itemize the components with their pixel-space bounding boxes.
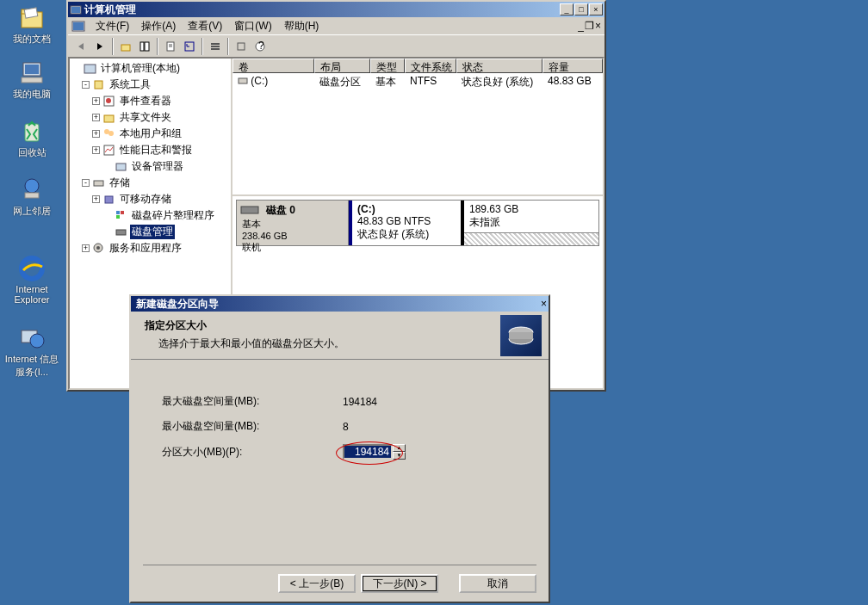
properties-button[interactable] [161, 37, 180, 56]
max-space-value: 194184 [343, 396, 377, 408]
menu-window[interactable]: 窗口(W) [229, 17, 276, 35]
tree-diskmgmt[interactable]: 磁盘管理 [71, 224, 229, 240]
spin-down-button[interactable]: ▼ [393, 452, 406, 460]
desktop-icon-ie[interactable]: Internet Explorer [4, 255, 59, 305]
back-button[interactable] [71, 37, 90, 56]
desktop-label: Internet Explorer [4, 284, 59, 305]
expand-icon[interactable]: + [92, 130, 100, 138]
tree-storage[interactable]: -存储 [71, 175, 229, 191]
next-button[interactable]: 下一步(N) > [361, 574, 438, 593]
min-space-label: 最小磁盘空间量(MB): [162, 419, 343, 434]
svg-rect-38 [94, 181, 103, 186]
svg-rect-18 [145, 42, 149, 51]
svg-rect-50 [509, 332, 533, 339]
collapse-icon[interactable]: - [82, 179, 90, 187]
menu-view[interactable]: 查看(V) [183, 17, 227, 35]
back-button[interactable]: < 上一步(B) [278, 574, 356, 593]
desktop-icon-network[interactable]: 网上邻居 [4, 176, 59, 218]
expand-icon[interactable]: + [82, 244, 90, 252]
wizard-body: 最大磁盘空间量(MB): 194184 最小磁盘空间量(MB): 8 分区大小(… [131, 360, 549, 504]
partition-unallocated[interactable]: 189.63 GB 未指派 [461, 201, 598, 245]
refresh-button[interactable] [180, 37, 199, 56]
svg-point-45 [96, 246, 100, 250]
desktop-label: 网上邻居 [4, 205, 59, 218]
svg-rect-8 [25, 193, 39, 198]
col-type[interactable]: 类型 [370, 59, 405, 73]
forward-button[interactable] [90, 37, 109, 56]
maximize-button[interactable]: □ [574, 3, 588, 15]
disk-info[interactable]: 磁盘 0 基本 238.46 GB 联机 [237, 201, 349, 245]
minimize-button[interactable]: _ [560, 3, 574, 15]
tree-root[interactable]: 计算机管理(本地) [71, 60, 229, 77]
list-button[interactable] [206, 37, 225, 56]
expand-icon[interactable]: + [92, 114, 100, 121]
collapse-icon[interactable]: - [82, 81, 90, 89]
desktop-icon-computer[interactable]: 我的电脑 [4, 59, 59, 101]
partition-size-spinner: ▲ ▼ [343, 444, 406, 460]
tree-systools[interactable]: -系统工具 [71, 77, 229, 93]
cancel-button[interactable]: 取消 [459, 574, 536, 593]
tree-localusers[interactable]: +本地用户和组 [71, 126, 229, 142]
settings-button[interactable] [232, 37, 251, 56]
svg-rect-15 [73, 22, 84, 30]
wizard-close-button[interactable]: × [541, 298, 547, 310]
disk-icon [240, 204, 259, 216]
col-fs[interactable]: 文件系统 [405, 59, 456, 73]
show-hide-tree-button[interactable] [135, 37, 154, 56]
tree-perflogs[interactable]: +性能日志和警报 [71, 142, 229, 158]
desktop-label: Internet 信息服务(I... [4, 353, 59, 379]
up-button[interactable] [116, 37, 135, 56]
spin-up-button[interactable]: ▲ [393, 444, 406, 452]
desktop-icon-iis[interactable]: Internet 信息服务(I... [4, 324, 59, 379]
tree-sharedfolders[interactable]: +共享文件夹 [71, 109, 229, 126]
svg-rect-4 [25, 65, 39, 74]
volume-row[interactable]: (C:) 磁盘分区 基本 NTFS 状态良好 (系统) 48.83 GB [232, 73, 603, 91]
tree-services[interactable]: +服务和应用程序 [71, 240, 229, 256]
expand-icon[interactable]: + [92, 146, 100, 154]
help-button[interactable]: ? [251, 37, 270, 56]
svg-rect-5 [22, 77, 42, 83]
desktop-label: 我的文档 [4, 33, 59, 46]
tree-eventviewer[interactable]: +事件查看器 [71, 93, 229, 109]
network-icon [18, 176, 46, 203]
svg-point-7 [25, 179, 39, 193]
svg-text:?: ? [258, 40, 264, 52]
disk-row[interactable]: 磁盘 0 基本 238.46 GB 联机 (C:) 48.83 GB NTFS … [236, 200, 599, 246]
mdi-close-button[interactable]: × [595, 20, 601, 32]
mdi-restore-button[interactable]: ❐ [585, 20, 594, 32]
col-status[interactable]: 状态 [456, 59, 542, 73]
desktop-icon-recycle[interactable]: 回收站 [4, 117, 59, 159]
partition-size-input[interactable] [343, 444, 393, 460]
svg-rect-2 [24, 8, 38, 18]
folder-docs-icon [18, 3, 46, 31]
mdi-minimize-button[interactable]: _ [578, 20, 584, 32]
svg-rect-42 [116, 215, 120, 219]
tree-removable[interactable]: +可移动存储 [71, 191, 229, 207]
desktop-label: 我的电脑 [4, 88, 59, 101]
col-volume[interactable]: 卷 [232, 59, 314, 73]
svg-rect-23 [211, 43, 220, 45]
menu-help[interactable]: 帮助(H) [279, 17, 325, 35]
svg-rect-47 [241, 207, 258, 213]
wizard-step-subtitle: 选择介于最大和最小值的磁盘分区大小。 [145, 336, 480, 351]
titlebar[interactable]: 计算机管理 _ □ × [68, 2, 604, 17]
monitor-icon [18, 59, 46, 86]
menu-action[interactable]: 操作(A) [136, 17, 181, 35]
expand-icon[interactable]: + [92, 195, 100, 203]
menu-file[interactable]: 文件(F) [90, 17, 134, 35]
wizard-titlebar[interactable]: 新建磁盘分区向导 × [131, 296, 549, 312]
svg-rect-29 [84, 65, 96, 73]
desktop-icon-documents[interactable]: 我的文档 [4, 3, 59, 46]
svg-rect-24 [211, 46, 220, 47]
tree-defrag[interactable]: 磁盘碎片整理程序 [71, 207, 229, 224]
tree-devmgr[interactable]: 设备管理器 [71, 158, 229, 175]
new-partition-wizard-dialog: 新建磁盘分区向导 × 指定分区大小 选择介于最大和最小值的磁盘分区大小。 最大磁… [129, 294, 550, 603]
svg-rect-41 [121, 211, 124, 214]
partition-c[interactable]: (C:) 48.83 GB NTFS 状态良好 (系统) [349, 201, 461, 245]
close-button[interactable]: × [589, 3, 603, 15]
col-layout[interactable]: 布局 [314, 59, 370, 73]
expand-icon[interactable]: + [92, 97, 100, 105]
window-title: 计算机管理 [84, 3, 560, 17]
volume-list[interactable]: 卷 布局 类型 文件系统 状态 容量 (C:) 磁盘分区 基本 NTFS 状态良… [232, 59, 603, 196]
col-capacity[interactable]: 容量 [542, 59, 603, 73]
